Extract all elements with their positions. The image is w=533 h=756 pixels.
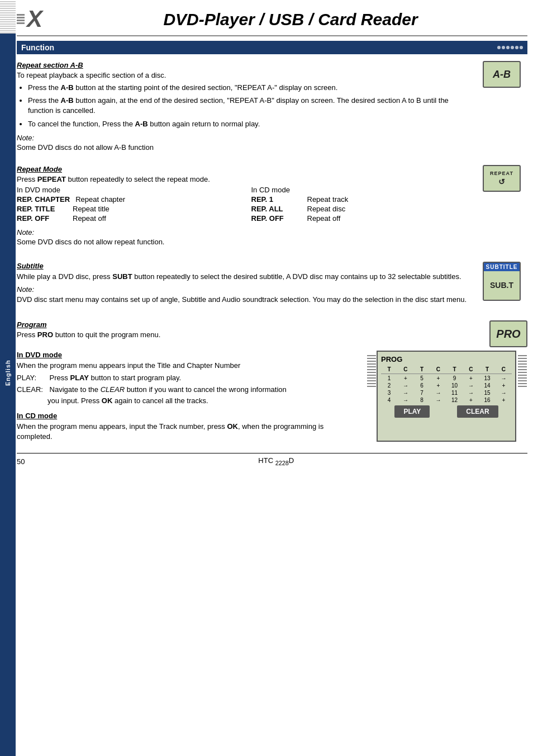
dash [367, 375, 376, 376]
repeat-row: REP. 1 Repeat track [251, 195, 475, 204]
col-header: T [414, 366, 430, 372]
dash [518, 361, 527, 362]
left-stripe: English [0, 0, 16, 756]
header: X DVD-Player / USB / Card Reader [17, 6, 527, 36]
repeat-icon-container: REPEAT ↺ [483, 165, 527, 192]
repeat-mode-text: Repeat Mode Press PEPEAT button repeated… [17, 165, 483, 254]
repeat-lcd-icon: REPEAT ↺ [483, 165, 521, 192]
program-details: In DVD mode When the program menu appear… [17, 351, 527, 442]
subtitle-title: Subtitle [17, 262, 474, 270]
repeat-cd-col: In CD mode REP. 1 Repeat track REP. ALL … [251, 186, 475, 224]
repeat-mode-note-label: Note: [17, 228, 474, 237]
dot [520, 46, 523, 49]
left-dashes [365, 351, 377, 442]
repeat-mode-table: In DVD mode REP. CHAPTER Repeat chapter … [17, 186, 474, 224]
cd-mode-title: In CD mode [17, 412, 357, 420]
ab-icon-container: A-B [483, 61, 527, 88]
list-item: Press the A-B button at the starting poi… [28, 83, 474, 93]
col-header: C [463, 366, 479, 372]
repeat-row: REP. OFF Repeat off [251, 214, 475, 223]
clear-row-1: CLEAR: Navigate to the CLEAR button if y… [17, 385, 357, 395]
repeat-row: REP. ALL Repeat disc [251, 205, 475, 213]
logo-line [17, 14, 25, 16]
repeat-row: REP. OFF Repeat off [17, 214, 240, 223]
prog-screen: PROG T C T C T C T C [377, 351, 516, 442]
dash [367, 358, 376, 359]
logo-x: X [27, 6, 42, 32]
subtitle-desc: While play a DVD disc, press SUBT button… [17, 272, 474, 282]
col-header: T [479, 366, 496, 372]
prog-buttons: PLAY CLEAR [381, 405, 512, 418]
col-header: C [496, 366, 512, 372]
subtitle-lcd-bottom: SUB.T [484, 271, 520, 300]
repeat-row: REP. CHAPTER Repeat chapter [17, 195, 240, 204]
sidebar-label: English [4, 370, 11, 386]
play-row: PLAY: Press PLAY button to start program… [17, 373, 357, 383]
dash [367, 383, 376, 384]
dash [518, 372, 527, 373]
repeat-ab-section: Repeat section A-B To repeat playback a … [17, 61, 527, 157]
dash [518, 366, 527, 367]
repeat-row: REP. TITLE Repeat title [17, 205, 240, 213]
dot [506, 46, 510, 49]
repeat-ab-bullets: Press the A-B button at the starting poi… [28, 83, 474, 129]
dash [367, 355, 376, 356]
dash [367, 372, 376, 373]
pro-lcd-icon: PRO [489, 320, 527, 347]
function-dots [497, 46, 523, 49]
dash [518, 377, 527, 379]
col-header: T [381, 366, 397, 372]
subtitle-note-label: Note: [17, 285, 474, 294]
dot [511, 46, 514, 49]
repeat-dvd-header: In DVD mode [17, 186, 240, 194]
dash [518, 375, 527, 376]
dash [367, 377, 376, 379]
repeat-dvd-col: In DVD mode REP. CHAPTER Repeat chapter … [17, 186, 240, 224]
right-dashes [516, 351, 527, 442]
program-left-text: In DVD mode When the program menu appear… [17, 351, 357, 442]
repeat-ab-text: Repeat section A-B To repeat playback a … [17, 61, 483, 157]
clear-row-2: you input. Press OK again to cancel all … [17, 396, 357, 406]
play-button[interactable]: PLAY [394, 405, 430, 418]
dot [497, 46, 501, 49]
stripe-blue: English [0, 34, 16, 756]
function-bar: Function [17, 41, 527, 54]
col-header: C [397, 366, 413, 372]
dash [367, 366, 376, 367]
list-item: To cancel the function, Press the A-B bu… [28, 119, 474, 129]
footer: 50 HTC 2228D [17, 453, 527, 469]
dash [518, 355, 527, 356]
prog-row: 1+ 5+ 9+ 13→ [381, 375, 512, 381]
logo-line [17, 17, 25, 18]
dash [518, 369, 527, 370]
dash [367, 386, 376, 387]
logo-lines [17, 14, 25, 24]
footer-page-number: 50 [17, 457, 25, 466]
function-bar-label: Function [21, 43, 54, 52]
dash [518, 383, 527, 384]
logo-line [17, 20, 25, 21]
dvd-mode-text: When the program menu appears input the … [17, 361, 357, 371]
dvd-mode-title: In DVD mode [17, 351, 357, 359]
cd-mode-text: When the program menu appears, input the… [17, 422, 357, 442]
repeat-ab-desc: To repeat playback a specific section of… [17, 71, 474, 79]
repeat-mode-note-text: Some DVD discs do not allow repeat funct… [17, 238, 474, 246]
subtitle-note-text: DVD disc start menu may contains set up … [17, 295, 474, 305]
prog-row: 3→ 7→ 11→ 15→ [381, 390, 512, 396]
stripe-top [0, 0, 16, 34]
dot [502, 46, 505, 49]
clear-button[interactable]: CLEAR [457, 405, 498, 418]
program-desc: Press PRO button to quit the program men… [17, 330, 160, 339]
dash [518, 363, 527, 365]
logo-line [17, 22, 25, 24]
col-header: C [430, 366, 446, 372]
list-item: Press the A-B button again, at the end o… [28, 96, 474, 116]
subtitle-section: Subtitle While play a DVD disc, press SU… [17, 262, 527, 313]
ab-lcd-icon: A-B [483, 61, 521, 88]
pro-icon-container: PRO [489, 320, 527, 347]
repeat-mode-section: Repeat Mode Press PEPEAT button repeated… [17, 165, 527, 254]
program-section: Program Press PRO button to quit the pro… [17, 320, 527, 442]
prog-image-container: PROG T C T C T C T C [365, 351, 527, 442]
dash [367, 380, 376, 381]
dot [515, 46, 518, 49]
